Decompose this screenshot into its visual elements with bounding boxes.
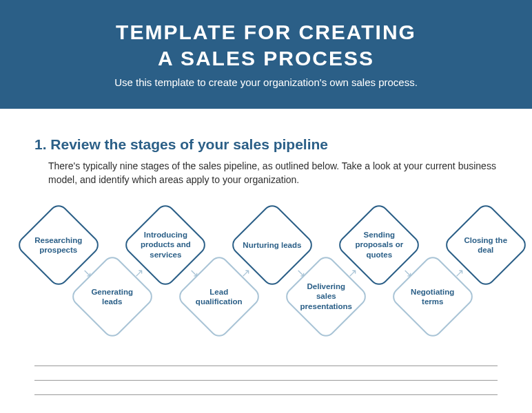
stage-7-label: Sending proposals or quotes [349,231,409,260]
arrow-icon: ↘ [296,266,305,279]
blank-lines [34,366,498,395]
stage-3-label: Introducing products and services [136,231,195,260]
arrow-icon: ↗ [241,266,250,279]
stage-9-label: Closing the deal [456,235,515,255]
title-line-2: A SALES PROCESS [158,47,374,70]
stage-8-label: Negotiating terms [403,287,462,307]
pipeline-diagram: Researching prospects Generating leads I… [21,200,511,338]
blank-line [34,366,498,366]
page-subtitle: Use this template to create your organiz… [14,76,518,88]
arrow-icon: ↗ [455,266,464,279]
page-title: TEMPLATE FOR CREATING A SALES PROCESS [14,19,518,71]
title-line-1: TEMPLATE FOR CREATING [116,21,416,43]
stage-4-label: Lead qualification [190,287,249,307]
stage-2-label: Generating leads [83,287,142,307]
stage-5-label: Nurturing leads [243,240,302,250]
header-banner: TEMPLATE FOR CREATING A SALES PROCESS Us… [0,0,532,109]
section-intro: There's typically nine stages of the sal… [34,160,498,187]
section-heading: 1. Review the stages of your sales pipel… [34,136,498,153]
content-area: 1. Review the stages of your sales pipel… [0,109,532,338]
arrow-icon: ↗ [348,266,357,279]
stage-6-label: Delivering sales presentations [296,282,356,312]
arrow-icon: ↘ [403,266,412,279]
stage-1-label: Researching prospects [29,235,88,255]
blank-line [34,394,498,395]
arrow-icon: ↘ [83,266,92,279]
arrow-icon: ↗ [134,266,143,279]
arrow-icon: ↘ [190,266,198,279]
blank-line [34,380,498,381]
